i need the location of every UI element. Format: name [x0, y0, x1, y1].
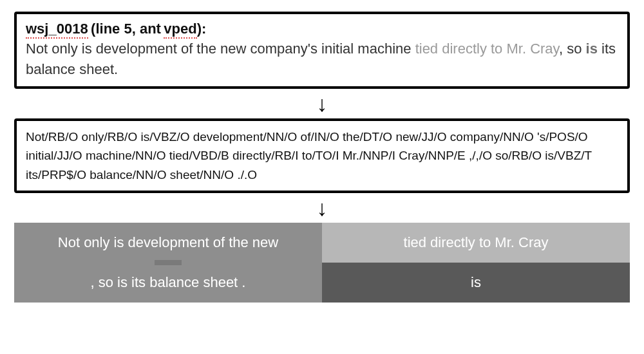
arrow-down-2: ↓ — [14, 197, 630, 219]
span-text: is — [471, 274, 481, 290]
source-label: wsj_0018 (line 5, ant vped): — [26, 21, 618, 37]
span-grid: Not only is development of the new tied … — [14, 223, 630, 303]
tagged-sequence: Not/RB/O only/RB/O is/VBZ/O development/… — [26, 127, 618, 184]
sentence-mid: , so — [559, 41, 586, 57]
label-meta-close: ): — [197, 21, 207, 37]
arrow-down-icon: ↓ — [317, 93, 328, 115]
span-context-before: Not only is development of the new — [14, 223, 322, 263]
span-context-after: , so is its balance sheet . — [14, 263, 322, 303]
source-sentence-box: wsj_0018 (line 5, ant vped): Not only is… — [14, 12, 630, 89]
annot-type: vped — [164, 21, 196, 39]
sentence-trigger-span: is — [586, 41, 598, 57]
arrow-down-1: ↓ — [14, 93, 630, 115]
span-trigger: is — [322, 263, 630, 303]
source-sentence: Not only is development of the new compa… — [26, 39, 618, 80]
span-text: tied directly to Mr. Cray — [404, 234, 549, 250]
sentence-antecedent-span: tied directly to Mr. Cray — [415, 41, 559, 57]
span-antecedent: tied directly to Mr. Cray — [322, 223, 630, 263]
span-text: , so is its balance sheet . — [91, 274, 246, 290]
label-meta-open: (line 5, ant — [91, 21, 161, 37]
doc-id: wsj_0018 — [26, 21, 88, 39]
separator-marker — [155, 260, 182, 265]
arrow-down-icon: ↓ — [317, 197, 328, 219]
span-text: Not only is development of the new — [58, 234, 278, 250]
sentence-pre: Not only is development of the new compa… — [26, 41, 415, 57]
tagged-output-box: Not/RB/O only/RB/O is/VBZ/O development/… — [14, 118, 630, 193]
